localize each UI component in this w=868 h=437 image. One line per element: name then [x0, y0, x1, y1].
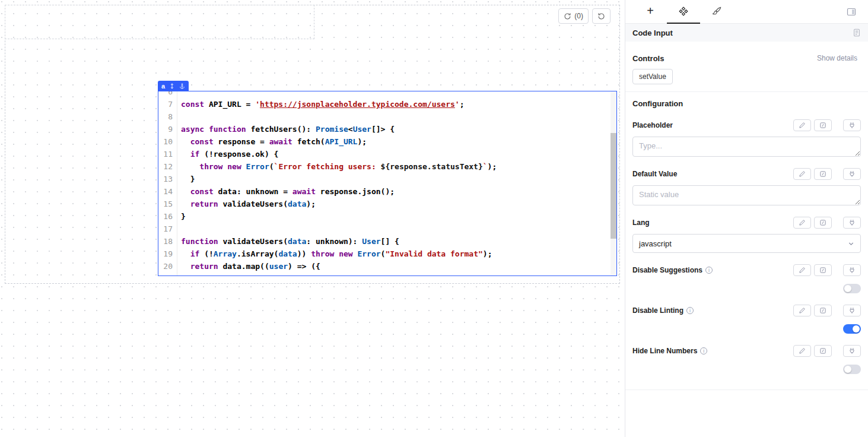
show-details-link[interactable]: Show details: [813, 53, 861, 63]
code-token: [] {: [381, 237, 399, 246]
code-line[interactable]: 17: [158, 223, 616, 235]
inspector-panel: + Code Input: [625, 0, 868, 437]
code-token: return: [190, 200, 218, 208]
code-line[interactable]: 15 return validateUsers(data);: [158, 198, 616, 210]
code-text: id: user.id,: [177, 273, 255, 276]
refresh-button[interactable]: (0): [558, 8, 589, 24]
code-line[interactable]: 10 const response = await fetch(API_URL)…: [158, 135, 616, 148]
info-icon[interactable]: i: [700, 347, 707, 354]
code-token: data.: [218, 262, 246, 271]
transform-button[interactable]: [814, 119, 832, 131]
placeholder-input[interactable]: [632, 137, 861, 157]
edit-button[interactable]: [793, 264, 811, 276]
code-token: `Error fetching users:: [274, 162, 381, 171]
edit-button[interactable]: [793, 217, 811, 229]
info-icon[interactable]: i: [686, 307, 694, 314]
code-line[interactable]: 21 id: user.id,: [158, 273, 616, 276]
history-button[interactable]: [592, 8, 611, 24]
tab-insert[interactable]: +: [634, 0, 667, 24]
info-icon[interactable]: i: [705, 267, 713, 274]
code-line[interactable]: 18function validateUsers(data: unknown):…: [158, 235, 616, 248]
edit-button[interactable]: [793, 345, 811, 357]
controls-title: Controls: [632, 54, 664, 63]
property-row: Disable Suggestionsi: [632, 264, 861, 293]
text-style-icon[interactable]: a: [161, 83, 165, 89]
property-header: Default Value: [632, 167, 861, 180]
line-number: 14: [158, 185, 177, 198]
code-line[interactable]: 9async function fetchUsers(): Promise<Us…: [158, 123, 616, 135]
transform-button[interactable]: [814, 264, 832, 276]
code-token: [241, 162, 246, 171]
code-line[interactable]: 14 const data: unknown = await response.…: [158, 185, 616, 198]
bottom-divider: [625, 390, 868, 390]
code-input-widget[interactable]: 6 7const API_URL = 'https://jsonplacehol…: [158, 91, 617, 276]
edit-button[interactable]: [793, 168, 811, 180]
transform-button[interactable]: [814, 168, 832, 180]
square-icon: [819, 307, 826, 314]
collapse-panel-button[interactable]: [843, 7, 860, 17]
disable-suggestions-toggle[interactable]: [843, 284, 861, 293]
code-line[interactable]: 19 if (!Array.isArray(data)) throw new E…: [158, 248, 616, 260]
code-token: json: [362, 187, 380, 196]
code-line[interactable]: 13 }: [158, 173, 616, 185]
line-number: 18: [158, 235, 177, 248]
edit-button[interactable]: [793, 305, 811, 316]
component-toolbar: a: [158, 81, 189, 91]
transform-button[interactable]: [814, 345, 832, 357]
editor-scrollbar[interactable]: [611, 133, 616, 239]
editor-canvas[interactable]: (0) a 6 7const API_URL = 'https://jsonpl…: [0, 0, 625, 437]
code-line[interactable]: 11 if (!response.ok) {: [158, 148, 616, 160]
toggle-knob: [844, 366, 851, 373]
height-icon[interactable]: [170, 83, 174, 89]
pencil-icon: [799, 267, 806, 274]
code-token: fetch: [297, 137, 320, 146]
code-line[interactable]: 6: [158, 91, 616, 98]
code-text: [177, 110, 186, 123]
code-token: if: [190, 150, 200, 159]
square-icon: [819, 219, 826, 226]
canvas-header-container[interactable]: [5, 5, 314, 39]
code-token: Array: [214, 249, 237, 258]
property-label: Placeholder: [632, 121, 673, 129]
hide-line-numbers-toggle[interactable]: [843, 365, 861, 374]
toggle-row: [632, 365, 861, 374]
code-token: .isArray(: [237, 249, 278, 258]
transform-button[interactable]: [814, 305, 832, 316]
line-number: 12: [158, 160, 177, 173]
setvalue-method-button[interactable]: setValue: [632, 69, 673, 84]
code-token: throw: [199, 162, 222, 171]
code-token: id: user.id,: [181, 274, 255, 276]
code-token: const: [190, 137, 214, 146]
section-divider: [625, 91, 868, 92]
docs-icon[interactable]: [853, 28, 861, 37]
code-text: if (!response.ok) {: [177, 148, 278, 160]
property-row: Langjavascript: [632, 216, 861, 253]
anchor-icon[interactable]: [179, 83, 185, 89]
code-line[interactable]: 12 throw new Error(`Error fetching users…: [158, 160, 616, 173]
property-header: Hide Line Numbersi: [632, 344, 861, 357]
code-line[interactable]: 7const API_URL = 'https://jsonplaceholde…: [158, 98, 616, 110]
square-icon: [819, 347, 826, 354]
connect-button[interactable]: [843, 345, 861, 357]
connect-button[interactable]: [843, 217, 861, 229]
code-token: [181, 150, 190, 159]
disable-linting-toggle[interactable]: [843, 324, 861, 334]
connect-button[interactable]: [843, 119, 861, 131]
code-token: if: [190, 249, 200, 258]
connect-button[interactable]: [843, 305, 861, 316]
connect-button[interactable]: [843, 264, 861, 276]
configuration-title: Configuration: [632, 99, 861, 108]
code-token: data: unknown =: [214, 187, 292, 196]
transform-button[interactable]: [814, 217, 832, 229]
tab-theme[interactable]: [700, 0, 733, 24]
code-line[interactable]: 8: [158, 110, 616, 123]
edit-button[interactable]: [793, 119, 811, 131]
code-line[interactable]: 20 return data.map((user) => ({: [158, 260, 616, 273]
default-value-input[interactable]: [632, 185, 861, 205]
code-line[interactable]: 16}: [158, 210, 616, 223]
connect-button[interactable]: [843, 168, 861, 180]
tab-components[interactable]: [667, 0, 700, 24]
line-number: 9: [158, 123, 177, 135]
lang-select[interactable]: javascript: [632, 234, 861, 253]
code-token: https://jsonplaceholder.typicode.com/use…: [260, 100, 455, 109]
